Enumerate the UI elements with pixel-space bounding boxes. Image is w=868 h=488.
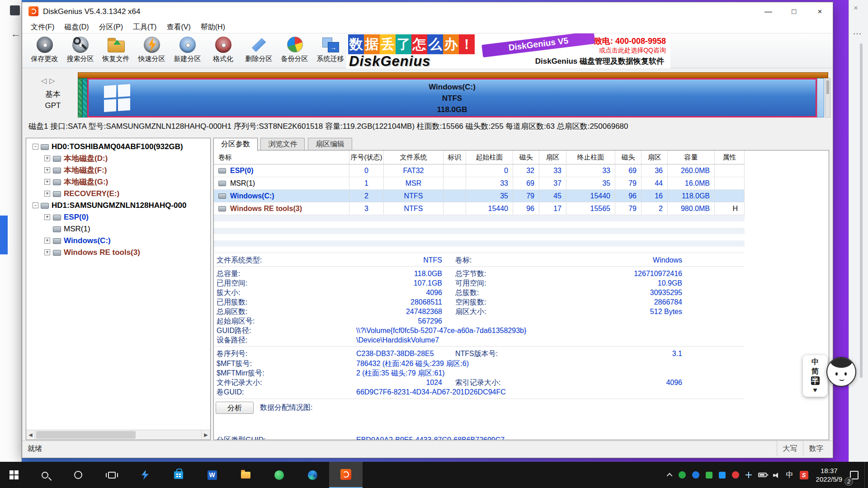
partition-icon	[53, 226, 61, 232]
toolbar-button-system-migration[interactable]: → 系统迁移	[312, 34, 348, 67]
taskbar-app-word[interactable]	[195, 462, 229, 488]
start-button[interactable]	[0, 462, 28, 488]
analyze-button[interactable]: 分析	[216, 402, 254, 414]
toolbar-button-backup-partition[interactable]: 备份分区	[277, 34, 312, 67]
disk-nav-arrows[interactable]: ◁▷	[41, 76, 58, 85]
input-method-avatar[interactable]	[826, 357, 856, 387]
ad-tagline: DiskGenius 磁盘管理及数据恢复软件	[535, 56, 664, 66]
menu-item-partition[interactable]: 分区(P)	[94, 21, 128, 33]
windows-start-icon	[9, 470, 19, 479]
partition-icon	[53, 168, 61, 174]
taskbar-clock[interactable]: 18:37 2022/5/9	[816, 466, 842, 483]
battery-icon[interactable]	[758, 473, 767, 477]
partition-icon	[53, 179, 61, 185]
taskbar-app-diskgenius[interactable]	[329, 462, 363, 488]
background-more-icon[interactable]: …	[853, 26, 862, 37]
menu-item-file[interactable]: 文件(F)	[26, 21, 59, 33]
tab-partition-params[interactable]: 分区参数	[213, 138, 258, 151]
disk-type-label: 基本 GPT	[39, 89, 66, 111]
partition-esp-sliver[interactable]	[78, 78, 82, 117]
tree-item-recovery-e[interactable]: +RECOVERY(E:)	[26, 188, 210, 200]
toolbar-button-save-changes[interactable]: 保存更改	[27, 34, 62, 67]
partition-re-sliver[interactable]	[817, 78, 824, 117]
edge-icon	[308, 470, 317, 480]
minimize-button[interactable]: —	[755, 2, 781, 21]
scroll-left-icon[interactable]: ◀	[26, 430, 35, 440]
heart-icon[interactable]: ♥	[803, 385, 827, 394]
tree-item-hd0[interactable]: -HD0:TOSHIBAMQ04ABF100(932GB)	[26, 141, 210, 153]
toolbar-button-recover-files[interactable]: 恢复文件	[98, 34, 134, 67]
taskbar-app-bolt[interactable]	[128, 462, 162, 488]
scroll-right-icon[interactable]: ▶	[201, 430, 210, 440]
tree-item-windows-c[interactable]: +Windows(C:)	[26, 235, 210, 247]
volume-icon[interactable]	[773, 472, 780, 478]
backup-partition-icon	[285, 35, 305, 54]
tree-item-disk-g[interactable]: +本地磁盘(G:)	[26, 176, 210, 188]
taskbar-app-explorer[interactable]	[229, 462, 262, 488]
tray-icon-red-circle[interactable]	[732, 471, 739, 479]
input-method-pill[interactable]: 中 简 半 ♥	[803, 355, 827, 397]
tree-item-disk-f[interactable]: +本地磁盘(F:)	[26, 164, 210, 176]
taskbar-search-button[interactable]	[28, 462, 61, 488]
input-language-indicator[interactable]: 中	[786, 470, 793, 480]
taskbar-app-store[interactable]	[162, 462, 195, 488]
taskbar-cortana-button[interactable]	[61, 462, 95, 488]
back-arrow-icon[interactable]: ←	[11, 28, 21, 40]
task-view-button[interactable]	[95, 462, 128, 488]
search-icon	[42, 472, 48, 479]
menu-item-tools[interactable]: 工具(T)	[128, 21, 161, 33]
partition-icon	[53, 191, 61, 197]
tree-item-esp[interactable]: +ESP(0)	[26, 211, 210, 223]
tree-item-disk-d[interactable]: +本地磁盘(D:)	[26, 153, 210, 164]
sogou-tray-icon[interactable]	[800, 471, 808, 479]
disk-header-strip	[78, 72, 828, 78]
partition-bar-name: Windows(C:)	[89, 81, 816, 93]
tray-icon-green-square[interactable]	[706, 472, 712, 479]
tray-snowflake-icon[interactable]	[745, 472, 752, 478]
close-button[interactable]: ×	[807, 2, 833, 21]
diskbar-scrollbar[interactable]	[825, 78, 830, 117]
tree-item-windows-re[interactable]: +Windows RE tools(3)	[26, 247, 210, 258]
input-simplified-indicator[interactable]: 简	[803, 366, 827, 376]
menu-item-help[interactable]: 帮助(H)	[196, 21, 230, 33]
tree-horizontal-scrollbar[interactable]: ◀ ▶	[26, 430, 210, 440]
ad-qq-link[interactable]: 或点击此处选择QQ咨询	[599, 47, 666, 55]
disk-graph-region: ◁▷ 基本 GPT Windows(C:) NTFS 118.0GB	[22, 68, 833, 119]
partition-windows-c-bar[interactable]: Windows(C:) NTFS 118.0GB	[87, 78, 817, 117]
toolbar-button-format[interactable]: 格式化	[205, 34, 241, 67]
menu-item-view[interactable]: 查看(V)	[161, 21, 195, 33]
tab-browse-files[interactable]: 浏览文件	[260, 138, 305, 150]
partition-msr-sliver[interactable]	[82, 78, 87, 117]
window-title: DiskGenius V5.4.3.1342 x64	[43, 2, 140, 21]
ad-headline: 数 据 丢 了 怎 么 办 ！	[348, 34, 475, 54]
show-desktop-button[interactable]	[864, 462, 868, 488]
taskbar-app-green[interactable]	[262, 462, 296, 488]
background-scrollbar[interactable]	[860, 43, 863, 378]
status-caps-indicator: 大写	[777, 441, 803, 456]
tray-icon-blue-square[interactable]	[719, 472, 726, 479]
toolbar-button-quick-partition[interactable]: 快速分区	[134, 34, 170, 67]
titlebar: DiskGenius V5.4.3.1342 x64 — □ ×	[22, 2, 833, 21]
toolbar-button-delete-partition[interactable]: 删除分区	[241, 34, 277, 67]
toolbar-button-new-partition[interactable]: 新建分区	[170, 34, 205, 67]
tree-item-msr[interactable]: MSR(1)	[26, 223, 210, 235]
tray-icon-blue-circle[interactable]	[692, 471, 699, 479]
ad-banner[interactable]: 数 据 丢 了 怎 么 办 ！ DiskGenius DiskGenius V5…	[346, 33, 670, 68]
input-halfwidth-indicator[interactable]: 半	[811, 376, 820, 385]
tray-expand-button[interactable]	[668, 473, 672, 477]
background-close-icon[interactable]: ×	[854, 4, 858, 13]
scrollbar-thumb[interactable]	[36, 431, 136, 439]
background-app-icon[interactable]	[10, 5, 20, 15]
taskbar-app-edge[interactable]	[296, 462, 329, 488]
status-num-indicator: 数字	[803, 441, 829, 456]
maximize-button[interactable]: □	[781, 2, 807, 21]
tray-icon-green-circle[interactable]	[679, 471, 686, 479]
toolbar-button-search-partition[interactable]: 搜索分区	[62, 34, 98, 67]
input-lang-indicator[interactable]: 中	[803, 357, 827, 366]
action-center-button[interactable]: 2	[850, 471, 859, 479]
clock-date: 2022/5/9	[816, 475, 842, 483]
background-window-right: × …	[849, 0, 868, 462]
tree-item-hd1[interactable]: -HD1:SAMSUNGMZNLN128HAHQ-000	[26, 200, 210, 211]
tab-sector-edit[interactable]: 扇区编辑	[308, 138, 352, 150]
menu-item-disk[interactable]: 磁盘(D)	[59, 21, 94, 33]
